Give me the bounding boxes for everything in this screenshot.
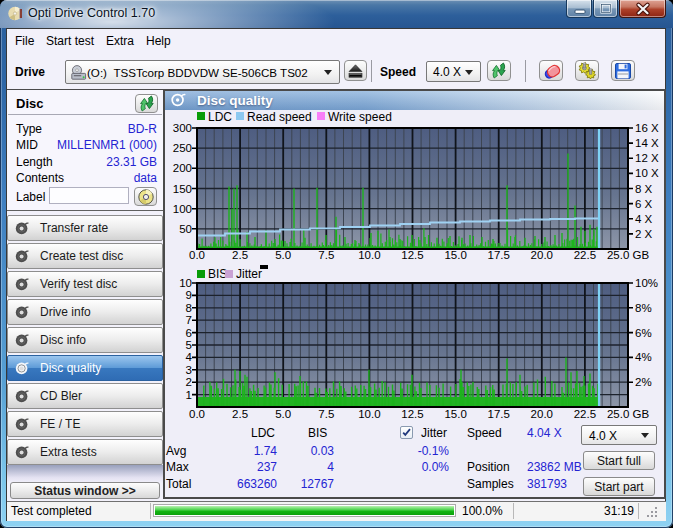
svg-text:9: 9 [186, 289, 192, 301]
svg-text:2%: 2% [635, 376, 652, 388]
svg-text:14 X: 14 X [635, 137, 659, 149]
svg-text:2: 2 [186, 376, 192, 388]
svg-text:3: 3 [186, 364, 192, 376]
svg-text:150: 150 [173, 183, 192, 195]
svg-text:200: 200 [173, 162, 192, 174]
svg-text:2.5: 2.5 [232, 408, 248, 420]
svg-text:12.5: 12.5 [401, 249, 423, 261]
svg-text:4 X: 4 X [635, 213, 653, 225]
svg-text:17.5: 17.5 [488, 249, 510, 261]
svg-text:300: 300 [173, 122, 192, 134]
svg-text:7: 7 [186, 314, 192, 326]
svg-text:250: 250 [173, 142, 192, 154]
svg-text:12.5: 12.5 [401, 408, 423, 420]
svg-text:5.0: 5.0 [275, 249, 291, 261]
svg-text:4%: 4% [635, 351, 652, 363]
svg-text:0.0: 0.0 [189, 249, 205, 261]
svg-text:7.5: 7.5 [318, 408, 334, 420]
svg-text:10.0: 10.0 [358, 408, 380, 420]
svg-text:8 X: 8 X [635, 183, 653, 195]
svg-text:5: 5 [186, 339, 192, 351]
svg-text:2 X: 2 X [635, 228, 653, 240]
svg-text:22.5: 22.5 [574, 249, 596, 261]
svg-text:17.5: 17.5 [488, 408, 510, 420]
svg-text:22.5: 22.5 [574, 408, 596, 420]
svg-text:10 X: 10 X [635, 167, 659, 179]
svg-text:0.0: 0.0 [189, 408, 205, 420]
svg-text:2.5: 2.5 [232, 249, 248, 261]
svg-text:8%: 8% [635, 302, 652, 314]
svg-text:50: 50 [179, 223, 192, 235]
svg-text:15.0: 15.0 [444, 249, 466, 261]
svg-text:12 X: 12 X [635, 152, 659, 164]
svg-text:100: 100 [173, 203, 192, 215]
svg-text:10: 10 [179, 277, 192, 289]
svg-text:8: 8 [186, 302, 192, 314]
svg-text:1: 1 [186, 389, 192, 401]
svg-text:7.5: 7.5 [318, 249, 334, 261]
svg-text:6: 6 [186, 327, 192, 339]
svg-text:6 X: 6 X [635, 198, 653, 210]
svg-text:25.0 GB: 25.0 GB [607, 408, 650, 420]
svg-text:20.0: 20.0 [531, 249, 553, 261]
svg-text:5.0: 5.0 [275, 408, 291, 420]
svg-text:15.0: 15.0 [444, 408, 466, 420]
svg-text:4: 4 [186, 351, 193, 363]
svg-text:6%: 6% [635, 327, 652, 339]
svg-text:10%: 10% [635, 277, 658, 289]
svg-text:10.0: 10.0 [358, 249, 380, 261]
svg-text:20.0: 20.0 [531, 408, 553, 420]
svg-text:16 X: 16 X [635, 122, 659, 134]
svg-text:25.0 GB: 25.0 GB [607, 249, 650, 261]
